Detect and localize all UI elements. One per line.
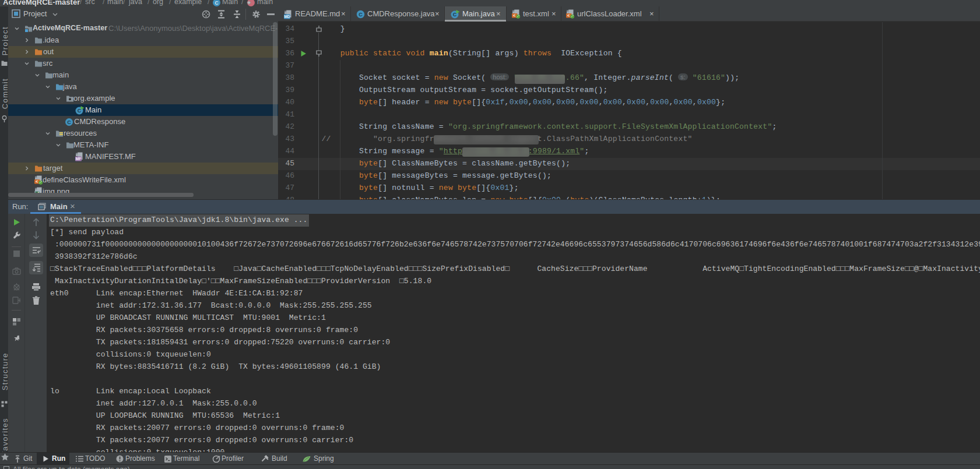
svg-text:C: C <box>67 119 71 125</box>
svg-text:<: < <box>513 13 515 18</box>
svg-text:MD: MD <box>284 15 290 19</box>
svg-text:<: < <box>567 13 570 18</box>
svg-text:<: < <box>36 179 38 184</box>
svg-text:MF: MF <box>76 157 82 161</box>
svg-text:C: C <box>215 0 218 6</box>
svg-text:C: C <box>359 12 363 17</box>
